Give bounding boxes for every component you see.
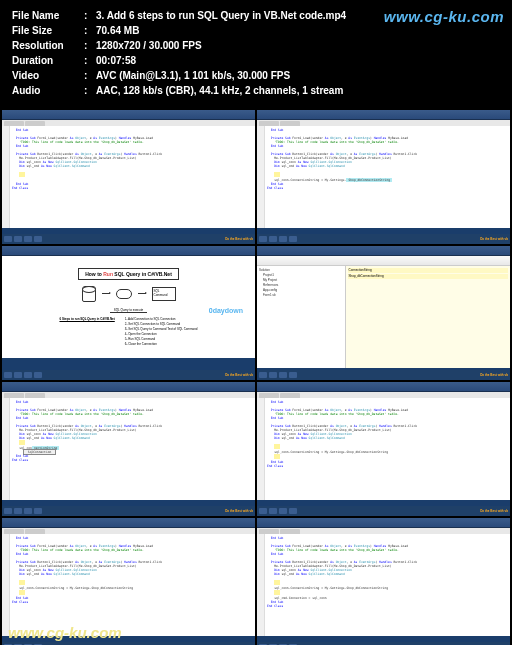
thumbnail-1: End Sub Private Sub Form1_Load(sender As… [2,110,255,244]
taskbar: Do the Best with vb [257,370,510,380]
code-content: End Sub Private Sub Form1_Load(sender As… [265,398,510,500]
label-resolution: Resolution [12,38,84,53]
taskbar: Do the Best with vb [2,370,255,380]
arrow-icon [102,293,110,294]
slogan: Do the Best with vb [225,509,253,513]
taskbar: Do the Best with vb [257,506,510,516]
watermark-0daydown: 0daydown [209,307,243,314]
sep: : [84,23,96,38]
diagram-title: How to Run SQL Query in C#/VB.Net [78,268,179,280]
thumbnail-5: End Sub Private Sub Form1_Load(sender As… [2,382,255,516]
setting-row: Shop_dbConnectionString [348,274,508,279]
label-video: Video [12,68,84,83]
ide-titlebar [257,518,510,528]
query-label: SQL Query to execute [110,308,148,313]
explorer-area: Solution Project1 My Project References … [257,266,510,368]
media-info-header: File Name : 3. Add 6 steps to run SQL Qu… [0,0,512,110]
highlight-icon [274,590,280,595]
label-filesize: File Size [12,23,84,38]
ide-titlebar [2,518,255,528]
code-area: End Sub Private Sub Form1_Load(sender As… [257,126,510,228]
ide-titlebar [2,110,255,120]
settings-grid: ConnectionString Shop_dbConnectionString [346,266,510,368]
line-gutter [2,398,10,500]
ide-titlebar [257,246,510,256]
row-duration: Duration : 00:07:58 [12,53,500,68]
code-area: End Sub Private Sub Form1_Load(sender As… [2,534,255,636]
code-content: End Sub Private Sub Form1_Load(sender As… [10,398,255,500]
connection-box [116,289,132,299]
slogan: Do the Best with vb [225,237,253,241]
code-content: End Sub Private Sub Form1_Load(sender As… [10,534,255,636]
line-gutter [2,126,10,228]
row-audio: Audio : AAC, 128 kb/s (CBR), 44.1 kHz, 2… [12,83,500,98]
solution-explorer: Solution Project1 My Project References … [257,266,346,368]
slogan: Do the Best with vb [480,373,508,377]
value-duration: 00:07:58 [96,53,500,68]
ide-titlebar [2,382,255,392]
highlight-icon [19,590,25,595]
code-area: End Sub Private Sub Form1_Load(sender As… [2,398,255,500]
slogan: Do the Best with vb [480,509,508,513]
thumbnail-grid: End Sub Private Sub Form1_Load(sender As… [0,110,512,645]
thumbnail-6: End Sub Private Sub Form1_Load(sender As… [257,382,510,516]
thumbnail-3: How to Run SQL Query in C#/VB.Net SQL Co… [2,246,255,380]
code-area: End Sub Private Sub Form1_Load(sender As… [257,398,510,500]
code-content: End Sub Private Sub Form1_Load(sender As… [265,126,510,228]
highlight-icon [274,580,280,585]
taskbar: Do the Best with vb [257,234,510,244]
row-resolution: Resolution : 1280x720 / 30.000 FPS [12,38,500,53]
steps-left: 6 Steps to run SQL Query in C#/VB.Net [59,317,114,347]
value-resolution: 1280x720 / 30.000 FPS [96,38,500,53]
line-gutter [257,126,265,228]
diagram-area: How to Run SQL Query in C#/VB.Net SQL Co… [2,256,255,358]
label-duration: Duration [12,53,84,68]
thumbnail-2: End Sub Private Sub Form1_Load(sender As… [257,110,510,244]
slogan: Do the Best with vb [225,373,253,377]
sep: : [84,8,96,23]
sep: : [84,68,96,83]
highlight-icon [274,172,280,177]
highlight-icon [19,440,25,445]
taskbar: Do the Best with vb [2,506,255,516]
line-gutter [2,534,10,636]
ide-titlebar [2,246,255,256]
line-gutter [257,534,265,636]
run-highlight: Run [103,271,113,277]
value-audio: AAC, 128 kb/s (CBR), 44.1 kHz, 2 channel… [96,83,500,98]
watermark-cgku-top: www.cg-ku.com [384,6,504,29]
thumbnail-8: End Sub Private Sub Form1_Load(sender As… [257,518,510,645]
code-area: End Sub Private Sub Form1_Load(sender As… [257,534,510,636]
code-area: End Sub Private Sub Form1_Load(sender As… [2,126,255,228]
taskbar: Do the Best with vb [2,234,255,244]
label-audio: Audio [12,83,84,98]
toolbar [257,256,510,266]
setting-row: ConnectionString [348,268,508,273]
arrow-icon [138,293,146,294]
line-gutter [257,398,265,500]
label-filename: File Name [12,8,84,23]
highlight-icon [274,444,280,449]
value-video: AVC (Main@L3.1), 1 101 kb/s, 30.000 FPS [96,68,500,83]
highlight-icon [19,580,25,585]
watermark-cgku-bottom: www.cg-ku.com [8,624,122,641]
ide-titlebar [257,382,510,392]
slogan: Do the Best with vb [480,237,508,241]
sep: : [84,53,96,68]
sep: : [84,83,96,98]
code-content: End Sub Private Sub Form1_Load(sender As… [10,126,255,228]
sqlcommand-box: SQL Command [152,287,176,301]
row-video: Video : AVC (Main@L3.1), 1 101 kb/s, 30.… [12,68,500,83]
highlight-icon [19,172,25,177]
highlight-icon [274,454,280,459]
thumbnail-4: Solution Project1 My Project References … [257,246,510,380]
ide-titlebar [257,110,510,120]
tree-item: Form1.vb [259,293,343,298]
database-icon [82,286,96,302]
diagram-flow: SQL Command [82,286,176,302]
steps-right: 1- Add Connection to SQL Connection 2- S… [125,317,198,347]
code-content: End Sub Private Sub Form1_Load(sender As… [265,534,510,636]
sep: : [84,38,96,53]
